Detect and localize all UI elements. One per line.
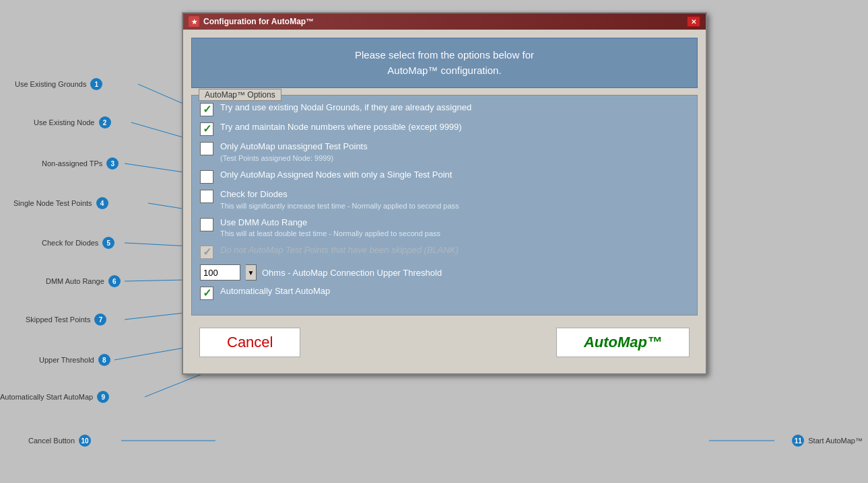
annotation-4-label: Single Node Test Points	[13, 199, 92, 207]
annotation-1: Use Existing Grounds 1	[15, 78, 102, 90]
checkbox-7[interactable]: ✓	[200, 246, 213, 259]
option-row-2: ✓ Try and maintain Node numbers where po…	[200, 122, 689, 136]
annotation-8-label: Upper Threshold	[39, 356, 94, 364]
annotation-6-bubble: 6	[108, 275, 121, 287]
annotation-7-bubble: 7	[94, 313, 106, 326]
annotation-3: Non-assigned TPs 3	[42, 157, 119, 170]
annotation-4: Single Node Test Points 4	[13, 197, 108, 209]
annotation-1-label: Use Existing Grounds	[15, 80, 86, 88]
option-row-4: Only AutoMap Assigned Nodes with only a …	[200, 170, 689, 184]
annotation-2-label: Use Existing Node	[34, 118, 95, 126]
annotation-11-label: Start AutoMap™	[808, 437, 863, 445]
automap-button[interactable]: AutoMap™	[556, 328, 690, 357]
title-bar: ★ Configuration for AutoMap™ ✕	[183, 13, 706, 30]
annotation-7: Skipped Test Points 7	[26, 313, 106, 326]
checkbox-6[interactable]	[200, 218, 213, 231]
checkbox-autostart[interactable]: ✓	[200, 287, 213, 300]
annotation-9-label: Automatically Start AutoMap	[0, 393, 93, 401]
options-group-legend: AutoMap™ Options	[199, 89, 281, 101]
annotation-11-bubble: 11	[792, 435, 804, 447]
options-group: AutoMap™ Options ✓ Try and use existing …	[191, 95, 698, 315]
header-line2: AutoMap™ configuration.	[201, 63, 688, 79]
dialog-window: ★ Configuration for AutoMap™ ✕ Please se…	[182, 12, 707, 375]
threshold-dropdown-btn[interactable]: ▼	[246, 264, 257, 281]
option-text-6: Use DMM Auto Range This will at least do…	[220, 217, 440, 240]
auto-start-text: Automatically Start AutoMap	[220, 286, 330, 297]
header-line1: Please select from the options below for	[201, 48, 688, 63]
option-row-1: ✓ Try and use existing Nodal Grounds, if…	[200, 102, 689, 116]
annotation-10-bubble: 10	[79, 435, 91, 447]
annotation-5-bubble: 5	[102, 237, 114, 249]
cancel-button[interactable]: Cancel	[199, 328, 300, 357]
checkbox-3[interactable]	[200, 142, 213, 155]
checkbox-5[interactable]	[200, 190, 213, 203]
annotation-5: Check for Diodes 5	[42, 237, 114, 249]
auto-start-row: ✓ Automatically Start AutoMap	[200, 286, 689, 300]
annotation-2: Use Existing Node 2	[34, 116, 111, 128]
window-title: Configuration for AutoMap™	[203, 17, 314, 26]
annotation-1-bubble: 1	[90, 78, 102, 90]
annotation-10-label: Cancel Button	[28, 437, 75, 445]
option-text-1: Try and use existing Nodal Grounds, if t…	[220, 102, 471, 114]
option-row-7: ✓ Do not AutoMap Test Points that have b…	[200, 245, 689, 259]
option-row-6: Use DMM Auto Range This will at least do…	[200, 217, 689, 240]
option-text-3: Only AutoMap unassigned Test Points (Tes…	[220, 141, 368, 164]
annotation-9: Automatically Start AutoMap 9	[0, 391, 109, 403]
threshold-label: Ohms - AutoMap Connection Upper Threshol…	[262, 268, 442, 278]
annotation-3-bubble: 3	[106, 157, 119, 170]
option-text-4: Only AutoMap Assigned Nodes with only a …	[220, 170, 452, 181]
annotation-5-label: Check for Diodes	[42, 239, 98, 247]
annotation-10: Cancel Button 10	[28, 435, 91, 447]
annotation-7-label: Skipped Test Points	[26, 315, 90, 324]
annotation-4-bubble: 4	[96, 197, 108, 209]
checkbox-2[interactable]: ✓	[200, 122, 213, 136]
button-row: Cancel AutoMap™	[191, 322, 698, 365]
option-text-5: Check for Diodes This will signifcantly …	[220, 189, 459, 212]
title-icon: ★	[189, 16, 199, 27]
checkbox-1[interactable]: ✓	[200, 103, 213, 116]
threshold-row: ▼ Ohms - AutoMap Connection Upper Thresh…	[200, 264, 689, 281]
annotation-11: 11 Start AutoMap™	[792, 435, 863, 447]
option-row-5: Check for Diodes This will signifcantly …	[200, 189, 689, 212]
option-text-7: Do not AutoMap Test Points that have bee…	[220, 245, 459, 256]
close-button[interactable]: ✕	[687, 16, 700, 27]
annotation-6-label: DMM Auto Range	[46, 277, 104, 285]
threshold-input[interactable]	[200, 264, 240, 281]
option-row-3: Only AutoMap unassigned Test Points (Tes…	[200, 141, 689, 164]
annotation-8-bubble: 8	[98, 354, 110, 366]
annotation-9-bubble: 9	[97, 391, 109, 403]
annotation-2-bubble: 2	[99, 116, 111, 128]
header-banner: Please select from the options below for…	[191, 38, 698, 88]
annotation-3-label: Non-assigned TPs	[42, 159, 102, 168]
option-text-2: Try and maintain Node numbers where poss…	[220, 122, 462, 133]
annotation-8: Upper Threshold 8	[39, 354, 110, 366]
annotation-6: DMM Auto Range 6	[46, 275, 121, 287]
checkbox-4[interactable]	[200, 170, 213, 184]
